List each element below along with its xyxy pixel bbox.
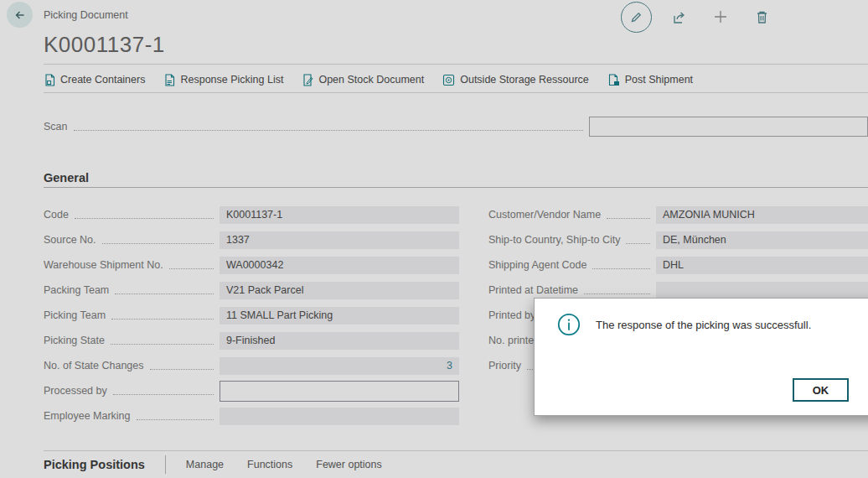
info-icon xyxy=(557,313,581,340)
dialog-message: The response of the picking was successf… xyxy=(596,319,811,331)
picking-document-page: Picking Document K0001137-1 xyxy=(0,0,868,478)
confirmation-dialog: The response of the picking was successf… xyxy=(534,298,868,416)
ok-button[interactable]: OK xyxy=(793,378,849,402)
